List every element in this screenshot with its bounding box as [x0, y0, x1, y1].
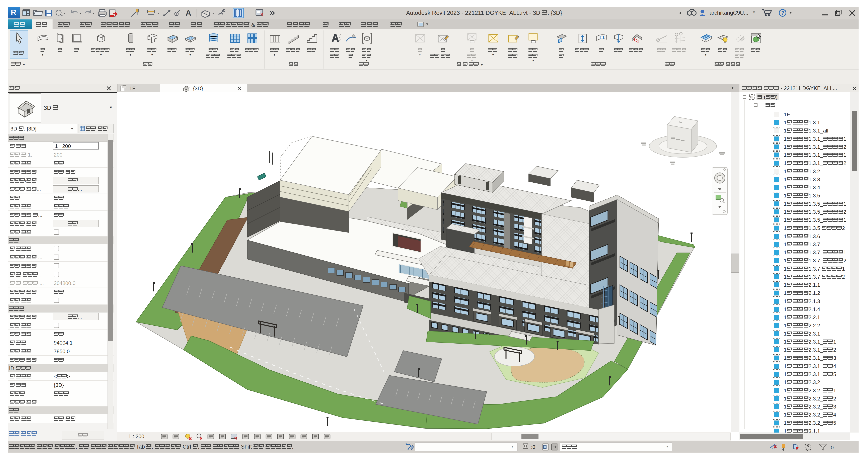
- svg-text:?: ?: [781, 10, 784, 16]
- svg-text:1: 1: [176, 12, 177, 15]
- svg-text:A: A: [186, 9, 191, 18]
- svg-text::0: :0: [829, 445, 834, 451]
